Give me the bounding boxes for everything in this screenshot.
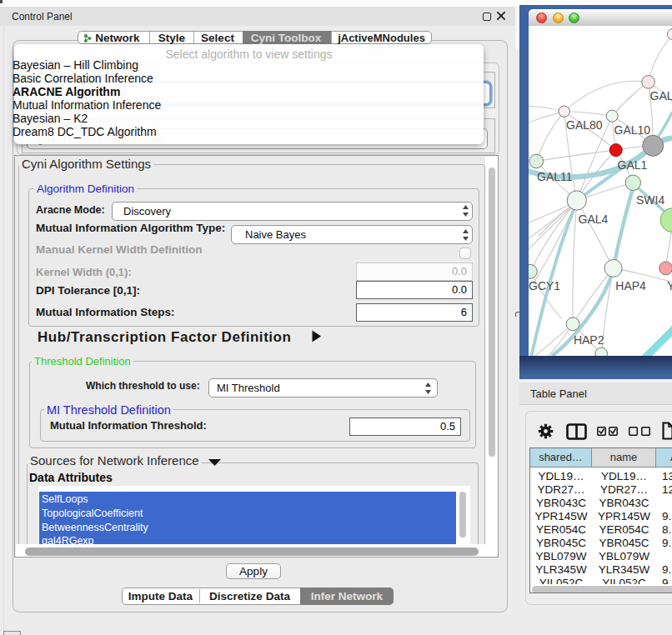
svg-text:GAL4: GAL4 <box>579 212 609 226</box>
svg-text:HAP2: HAP2 <box>574 333 604 347</box>
svg-text:GAL11: GAL11 <box>537 170 573 183</box>
svg-text:GAL10: GAL10 <box>614 123 651 137</box>
svg-text:GAL80: GAL80 <box>566 118 603 132</box>
svg-text:GCY1: GCY1 <box>529 279 560 292</box>
svg-text:GAL1: GAL1 <box>618 158 648 172</box>
svg-text:HAP4: HAP4 <box>615 279 646 292</box>
svg-text:GAL2: GAL2 <box>650 89 672 102</box>
svg-text:SWI4: SWI4 <box>636 193 664 207</box>
svg-text:Y: Y <box>667 279 672 292</box>
